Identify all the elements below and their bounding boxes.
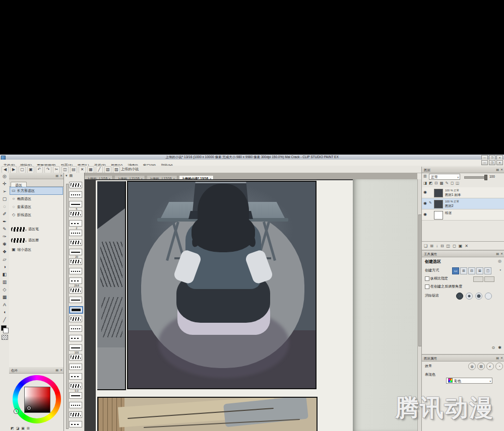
- reset-tool-icon[interactable]: ⊙: [492, 345, 495, 350]
- panel-close-icon[interactable]: ✕: [60, 173, 62, 179]
- panel-menu-icon[interactable]: ▤: [55, 367, 58, 374]
- document-tab[interactable]: 上传的...| 12/16×: [147, 176, 177, 179]
- paste-icon[interactable]: ▤: [70, 166, 77, 173]
- reference-layer-icon[interactable]: ◩: [429, 181, 432, 185]
- selection-add-icon[interactable]: ⊞: [460, 267, 467, 274]
- redo-icon[interactable]: ↷: [44, 166, 51, 173]
- duplicate-layer-icon[interactable]: ◫: [447, 244, 451, 248]
- doc-minimize-button[interactable]: —: [481, 160, 488, 165]
- brush-preset[interactable]: [69, 335, 84, 344]
- text-tool-icon[interactable]: A: [0, 301, 9, 309]
- ruler-tool-icon[interactable]: ╱: [0, 316, 9, 324]
- panel-menu-icon[interactable]: ▤: [496, 251, 499, 257]
- draft-layer-icon[interactable]: ✎: [446, 181, 449, 185]
- aa-strong-button[interactable]: [485, 293, 492, 300]
- magnifier-icon[interactable]: ◎: [498, 259, 501, 263]
- strip-list-icon[interactable]: ▤: [70, 174, 73, 178]
- aa-weak-button[interactable]: [466, 293, 473, 300]
- brush-preset[interactable]: 29.8: [69, 277, 84, 287]
- decoration-tool-icon[interactable]: ❖: [0, 248, 9, 256]
- subtool-item[interactable]: 选区笔: [10, 224, 63, 235]
- selection-overlap-icon[interactable]: ◫: [484, 267, 491, 274]
- panel-close-icon[interactable]: ✕: [500, 167, 503, 173]
- grid-icon[interactable]: ▦: [87, 166, 94, 173]
- prev-page-icon[interactable]: ◀: [2, 166, 9, 173]
- brush-preset[interactable]: 100: [69, 344, 84, 354]
- opacity-slider-thumb[interactable]: [484, 175, 487, 180]
- adjust-angle-checkbox[interactable]: [425, 284, 429, 289]
- hsv-mode-icon[interactable]: ◩: [11, 426, 14, 430]
- transfer-down-icon[interactable]: ↓: [436, 244, 438, 248]
- document-tab[interactable]: 上传的小说* 13/16×: [179, 176, 214, 179]
- extract-line-icon[interactable]: ◔: [495, 363, 503, 370]
- brush-preset[interactable]: [69, 210, 84, 220]
- brush-preset[interactable]: [69, 182, 84, 191]
- ruler-icon[interactable]: ╱: [96, 166, 103, 173]
- eyedropper-tool-icon[interactable]: ✐: [0, 210, 9, 218]
- pencil-tool-icon[interactable]: ✎: [0, 226, 9, 233]
- layer-thumbnail[interactable]: [434, 211, 443, 220]
- copy-icon[interactable]: ◫: [61, 166, 69, 173]
- subtool-item[interactable]: ◇折线选区: [10, 211, 63, 219]
- chevron-down-icon[interactable]: ▾: [499, 268, 501, 271]
- merge-down-icon[interactable]: ⊟: [440, 244, 444, 248]
- brush-preset[interactable]: [69, 402, 84, 411]
- next-page-icon[interactable]: ▶: [10, 166, 17, 173]
- layer-row[interactable]: ◉ 纸张: [422, 209, 504, 221]
- delete-layer-icon[interactable]: ✕: [465, 244, 468, 248]
- selection-intersect-icon[interactable]: ⊠: [476, 267, 483, 274]
- brush-preset[interactable]: [69, 258, 84, 268]
- aspect-ratio-checkbox[interactable]: [425, 276, 429, 281]
- brush-preset[interactable]: 20: [69, 249, 84, 258]
- layer-color-icon[interactable]: ◐: [486, 363, 494, 370]
- panel-menu-icon[interactable]: ▤: [496, 355, 499, 362]
- brush-preset[interactable]: [69, 287, 84, 297]
- aspect-height-field[interactable]: [484, 276, 494, 282]
- hls-mode-icon[interactable]: ◪: [16, 426, 20, 430]
- blend-tool-icon[interactable]: ◑: [0, 263, 9, 271]
- lock-layer-icon[interactable]: ⊡: [434, 181, 437, 185]
- subtool-item[interactable]: ○椭圆选区: [10, 195, 63, 203]
- doc-close-button[interactable]: ✕: [496, 160, 503, 165]
- new-file-icon[interactable]: ▢: [19, 166, 26, 173]
- brush-preset[interactable]: [69, 306, 84, 316]
- layer-row[interactable]: ◉ 100 % 正常 图层1 副本: [422, 187, 504, 198]
- marquee-tool-icon[interactable]: ▢: [0, 195, 9, 203]
- brush-preset[interactable]: [69, 325, 84, 335]
- panel-menu-icon[interactable]: ▤: [55, 173, 58, 179]
- color-cursor[interactable]: [27, 406, 31, 410]
- cut-icon[interactable]: ✂: [53, 166, 60, 173]
- ruler-range-icon[interactable]: ◫: [456, 181, 459, 185]
- layer-row[interactable]: ◉ ✎ 100 % 正常 图层2: [422, 198, 504, 209]
- brush-preset[interactable]: [69, 421, 84, 430]
- visibility-eye-icon[interactable]: ◉: [423, 190, 427, 194]
- subtool-item[interactable]: ▣缩小选区: [10, 246, 63, 254]
- special-ruler-icon[interactable]: ▨: [113, 166, 120, 173]
- document-tab[interactable]: 上传的...| 1/16×: [85, 176, 113, 179]
- layer-thumbnail[interactable]: [434, 200, 443, 208]
- panel-close-icon[interactable]: ✕: [60, 367, 62, 374]
- balloon-tool-icon[interactable]: ◖: [0, 309, 9, 316]
- color-wheel[interactable]: [13, 375, 61, 423]
- brush-preset[interactable]: [69, 364, 84, 373]
- brush-preset[interactable]: [69, 411, 84, 421]
- brush-preset[interactable]: 5: [69, 201, 84, 210]
- brush-preset[interactable]: [69, 354, 84, 364]
- selection-new-icon[interactable]: ▭: [452, 267, 459, 274]
- brush-preset[interactable]: [69, 191, 84, 201]
- pen-tool-icon[interactable]: ✒: [0, 218, 9, 226]
- aa-none-button[interactable]: [456, 293, 463, 300]
- background-color-swatch[interactable]: [3, 328, 9, 333]
- subtool-item[interactable]: 选区擦: [10, 235, 63, 246]
- new-layer-icon[interactable]: ❏: [424, 244, 427, 248]
- eraser-tool-icon[interactable]: ▱: [0, 256, 9, 263]
- brush-preset[interactable]: [69, 239, 84, 249]
- lasso-tool-icon[interactable]: ◌: [0, 203, 9, 210]
- new-folder-icon[interactable]: ⊞: [430, 244, 433, 248]
- document-tab[interactable]: 上传的...| 11/16×: [115, 176, 145, 179]
- gradient-tool-icon[interactable]: ▥: [0, 278, 9, 286]
- layer-mask-icon[interactable]: ◻: [451, 181, 454, 185]
- tone-effect-icon[interactable]: ▨: [477, 363, 485, 370]
- aa-medium-button[interactable]: [475, 293, 482, 300]
- zoom-tool-icon[interactable]: ◎: [0, 173, 9, 180]
